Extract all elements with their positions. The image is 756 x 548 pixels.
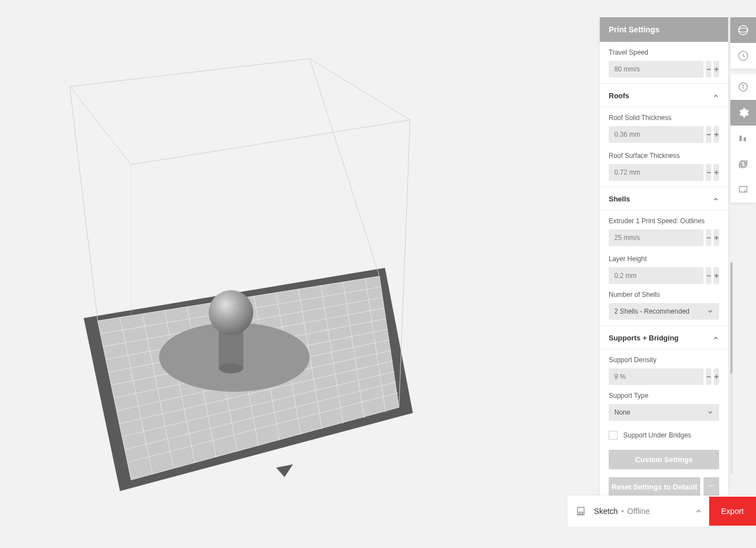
layer-height-minus[interactable]: − bbox=[706, 267, 711, 284]
num-shells-select[interactable]: 2 Shells - Recommended bbox=[609, 303, 719, 320]
roof-solid-plus[interactable]: + bbox=[714, 126, 719, 143]
outline-speed-plus[interactable]: + bbox=[714, 229, 719, 246]
section-roofs-title: Roofs bbox=[609, 92, 629, 100]
roof-solid-minus[interactable]: − bbox=[706, 126, 711, 143]
section-shells-title: Shells bbox=[609, 195, 630, 203]
travel-speed-minus[interactable]: − bbox=[706, 61, 711, 78]
statusbar-expand[interactable] bbox=[695, 507, 702, 515]
travel-speed-label: Travel Speed bbox=[609, 49, 719, 56]
outline-speed-label: Extruder 1 Print Speed: Outlines bbox=[609, 217, 719, 225]
num-shells-label: Number of Shells bbox=[609, 291, 719, 299]
device-status: Offline bbox=[627, 507, 649, 516]
roof-surface-input[interactable] bbox=[609, 164, 704, 181]
roof-surface-label: Roof Surface Thickness bbox=[609, 152, 719, 160]
status-bar: Sketch • Offline Export bbox=[567, 496, 756, 527]
svg-rect-47 bbox=[739, 186, 747, 192]
support-density-label: Support Density bbox=[609, 356, 719, 364]
chevron-up-icon bbox=[712, 196, 719, 203]
printer-icon bbox=[575, 506, 586, 517]
rail-view-time-icon[interactable] bbox=[730, 43, 756, 69]
layer-height-plus[interactable]: + bbox=[714, 267, 719, 284]
rail-refresh-icon[interactable] bbox=[730, 151, 756, 177]
support-density-input[interactable] bbox=[609, 368, 704, 385]
separator-dot: • bbox=[621, 507, 624, 516]
svg-rect-45 bbox=[739, 136, 741, 141]
svg-point-44 bbox=[743, 85, 743, 85]
num-shells-value: 2 Shells - Recommended bbox=[614, 307, 690, 315]
device-name: Sketch bbox=[594, 507, 618, 516]
outline-speed-input[interactable] bbox=[609, 229, 704, 246]
support-density-minus[interactable]: − bbox=[706, 368, 711, 385]
svg-point-39 bbox=[739, 26, 748, 35]
support-type-select[interactable]: None bbox=[609, 404, 719, 421]
section-shells[interactable]: Shells bbox=[600, 186, 728, 210]
svg-rect-35 bbox=[219, 329, 243, 368]
svg-marker-29 bbox=[276, 464, 293, 477]
chevron-up-icon bbox=[712, 93, 719, 99]
rail-info-icon[interactable] bbox=[730, 74, 756, 100]
right-rail bbox=[730, 17, 756, 208]
print-settings-panel: Print Settings Travel Speed − + Roofs Ro… bbox=[600, 17, 728, 506]
layer-height-label: Layer Height bbox=[609, 255, 719, 263]
svg-line-32 bbox=[399, 120, 410, 407]
panel-body: Travel Speed − + Roofs Roof Solid Thickn… bbox=[600, 42, 728, 506]
travel-speed-input[interactable] bbox=[609, 61, 704, 78]
svg-rect-46 bbox=[744, 137, 746, 141]
svg-line-31 bbox=[310, 59, 379, 276]
rail-screen-icon[interactable] bbox=[730, 177, 756, 203]
support-density-plus[interactable]: + bbox=[714, 368, 719, 385]
chevron-up-icon bbox=[695, 507, 702, 515]
panel-title: Print Settings bbox=[600, 17, 728, 42]
chevron-up-icon bbox=[712, 335, 719, 342]
section-supports-title: Supports + Bridging bbox=[609, 334, 678, 342]
travel-speed-plus[interactable]: + bbox=[714, 61, 719, 78]
svg-point-36 bbox=[219, 363, 243, 373]
layer-height-input[interactable] bbox=[609, 267, 704, 284]
roof-solid-input[interactable] bbox=[609, 126, 704, 143]
rail-view-sphere-icon[interactable] bbox=[730, 17, 756, 43]
chevron-down-icon bbox=[707, 409, 714, 416]
roof-surface-plus[interactable]: + bbox=[714, 164, 719, 181]
scroll-thumb[interactable] bbox=[730, 262, 733, 374]
reset-defaults-button[interactable]: Reset Settings to Default bbox=[609, 477, 700, 497]
rail-arrange-icon[interactable] bbox=[730, 126, 756, 151]
section-roofs[interactable]: Roofs bbox=[600, 83, 728, 107]
support-type-label: Support Type bbox=[609, 392, 719, 400]
export-button[interactable]: Export bbox=[709, 497, 756, 526]
outline-speed-minus[interactable]: − bbox=[706, 229, 711, 246]
support-type-value: None bbox=[614, 408, 630, 416]
section-supports[interactable]: Supports + Bridging bbox=[600, 325, 728, 349]
support-under-bridges-label: Support Under Bridges bbox=[623, 431, 691, 439]
svg-point-38 bbox=[209, 290, 253, 335]
svg-point-40 bbox=[739, 28, 748, 32]
svg-line-30 bbox=[70, 86, 98, 321]
rail-settings-gear-icon[interactable] bbox=[730, 100, 756, 126]
svg-rect-49 bbox=[579, 512, 582, 514]
support-under-bridges-checkbox[interactable] bbox=[609, 431, 618, 440]
custom-settings-button[interactable]: Custom Settings bbox=[609, 450, 719, 469]
chevron-down-icon bbox=[707, 308, 714, 315]
roof-surface-minus[interactable]: − bbox=[706, 164, 711, 181]
panel-scrollbar[interactable] bbox=[730, 262, 733, 474]
roof-solid-label: Roof Solid Thickness bbox=[609, 114, 719, 122]
reset-more-button[interactable]: ⋯ bbox=[704, 477, 719, 497]
